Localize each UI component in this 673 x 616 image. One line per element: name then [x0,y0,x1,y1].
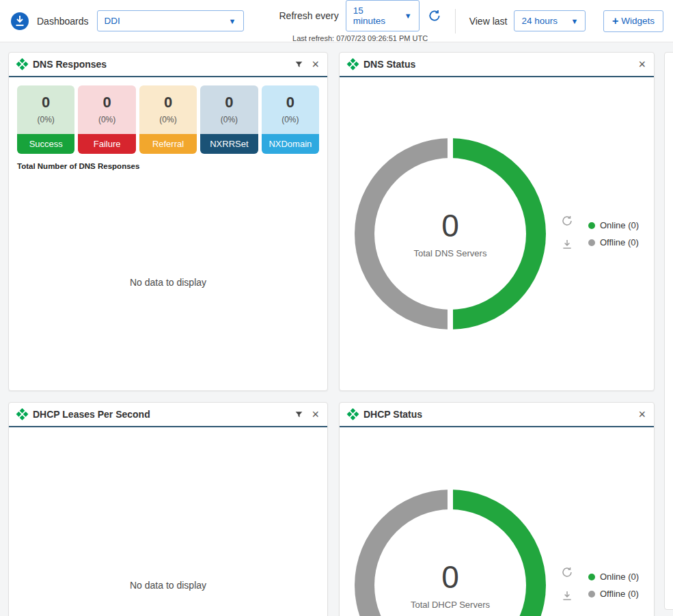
legend-item-offline: Offline (0) [588,589,639,599]
cropped-widget-edge [664,52,673,610]
refresh-widget-icon[interactable] [561,566,573,581]
add-widgets-button[interactable]: + Widgets [603,10,663,32]
legend-item-offline: Offline (0) [588,237,639,247]
add-widgets-label: Widgets [621,16,655,26]
legend-label: Online (0) [600,220,639,230]
refresh-now-icon[interactable] [428,9,441,23]
chevron-down-icon: ▼ [404,12,412,20]
tile-value: 0 [17,94,74,111]
widget-diamond-icon [346,407,359,420]
tile-value: 0 [200,94,258,111]
dhcp-status-body: 0 Total DHCP Servers [340,427,654,616]
tile-nxdomain: 0 (0%) NXDomain [262,85,319,154]
view-last-select[interactable]: 24 hours ▼ [514,10,586,31]
filter-icon[interactable] [294,410,303,419]
online-dot [588,574,595,580]
widget-header: DHCP Leases Per Second × [9,403,327,427]
refresh-interval-value: 15 minutes [353,5,398,26]
view-last-label: View last [469,16,508,27]
tile-label: Failure [78,134,135,154]
chevron-down-icon: ▼ [229,17,236,25]
legend-label: Online (0) [600,572,639,582]
tile-value: 0 [139,94,197,111]
filter-icon[interactable] [294,60,303,69]
donut-tools [561,215,573,253]
dashboards-label: Dashboards [37,16,89,27]
widget-dhcp-leases: DHCP Leases Per Second × No data to disp… [8,402,328,616]
donut-legend: Online (0) Offline (0) [588,572,639,599]
widget-header: DNS Status × [340,53,654,77]
tile-value: 0 [262,94,319,111]
legend-item-online: Online (0) [588,572,639,582]
widget-header: DHCP Status × [340,403,654,427]
tiles-caption: Total Number of DNS Responses [9,158,327,174]
tile-percent: (0%) [139,115,197,124]
legend-label: Offline (0) [600,237,639,247]
legend-label: Offline (0) [600,589,639,599]
widget-diamond-icon [16,407,29,420]
tile-value: 0 [78,94,135,111]
top-bar: Dashboards DDI ▼ Refresh every 15 minute… [0,0,673,42]
donut-center-value: 0 [441,210,459,241]
no-data-text: No data to display [9,174,327,390]
tile-success: 0 (0%) Success [17,85,74,154]
dns-status-body: 0 Total DNS Servers [340,77,654,390]
plus-icon: + [612,16,618,27]
offline-dot [588,591,595,598]
widget-dns-status: DNS Status × 0 Total DNS Servers [339,52,655,391]
widget-title: DHCP Leases Per Second [33,409,289,420]
widget-dhcp-status: DHCP Status × 0 Total DHCP Servers [339,402,655,616]
tile-failure: 0 (0%) Failure [78,85,135,154]
widget-title: DNS Status [363,59,633,70]
tile-referral: 0 (0%) Referral [139,85,197,154]
refresh-group: Refresh every 15 minutes ▼ Last refresh:… [279,0,441,42]
close-icon[interactable]: × [312,408,319,420]
refresh-interval-select[interactable]: 15 minutes ▼ [346,0,420,31]
widget-header: DNS Responses × [9,53,327,77]
donut-center-label: Total DHCP Servers [411,600,490,610]
dashboard-select-value: DDI [105,16,120,26]
widget-diamond-icon [346,57,359,70]
dhcp-status-donut-chart: 0 Total DHCP Servers [355,490,546,616]
widget-diamond-icon [16,57,29,70]
last-refresh-text: Last refresh: 07/07/23 09:26:51 PM UTC [292,34,428,42]
online-dot [588,222,595,229]
tile-percent: (0%) [200,115,258,124]
offline-dot [588,239,595,246]
widget-title: DNS Responses [33,59,289,70]
close-icon[interactable]: × [638,408,646,420]
donut-legend: Online (0) Offline (0) [588,220,639,247]
legend-item-online: Online (0) [588,220,639,230]
refresh-every-label: Refresh every [279,10,339,21]
refresh-widget-icon[interactable] [561,215,573,230]
dashboards-download-icon[interactable] [10,11,30,31]
tile-percent: (0%) [78,115,135,124]
tile-percent: (0%) [262,115,319,124]
tile-nxrrset: 0 (0%) NXRRSet [200,85,258,154]
widget-grid: DNS Responses × 0 (0%) Success 0 (0%) Fa… [0,42,673,616]
close-icon[interactable]: × [312,58,319,70]
donut-center-label: Total DNS Servers [413,248,486,258]
tile-percent: (0%) [17,115,74,124]
tile-label: Success [17,134,74,154]
view-last-value: 24 hours [521,16,558,26]
tile-label: NXDomain [262,134,319,154]
dns-status-donut-chart: 0 Total DNS Servers [355,138,546,330]
no-data-text: No data to display [9,427,327,616]
dns-response-tiles: 0 (0%) Success 0 (0%) Failure 0 (0%) Ref… [9,77,327,158]
download-widget-icon[interactable] [561,238,573,253]
header-divider [455,9,456,34]
widget-dns-responses: DNS Responses × 0 (0%) Success 0 (0%) Fa… [8,52,328,391]
widget-title: DHCP Status [363,409,633,420]
donut-tools [561,566,573,604]
close-icon[interactable]: × [638,58,646,70]
dashboard-select[interactable]: DDI ▼ [97,10,244,31]
tile-label: NXRRSet [200,134,258,154]
donut-center-value: 0 [441,561,459,593]
chevron-down-icon: ▼ [571,17,579,25]
download-widget-icon[interactable] [561,589,573,604]
tile-label: Referral [139,134,197,154]
